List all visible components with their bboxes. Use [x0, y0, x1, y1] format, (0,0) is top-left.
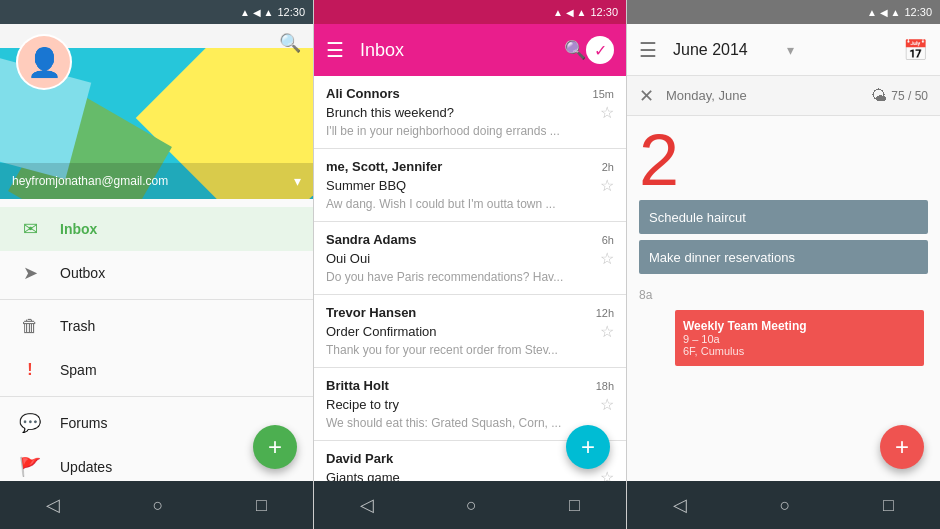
cal-title: June 2014: [673, 41, 783, 59]
sidebar-item-trash[interactable]: 🗑 Trash: [0, 304, 313, 348]
inbox-panel: ▲ ◀ ▲ 12:30 ☰ Inbox 🔍 ✓ Ali Connors 15m …: [313, 0, 626, 529]
email-list: Ali Connors 15m Brunch this weekend? ☆ I…: [314, 76, 626, 481]
back-button[interactable]: ◁: [360, 494, 374, 516]
cal-close-icon[interactable]: ✕: [639, 85, 654, 107]
cal-weekly-event-time: 9 – 10a: [683, 333, 916, 345]
search-icon[interactable]: 🔍: [279, 32, 301, 54]
sidebar-time: 12:30: [277, 6, 305, 18]
cal-big-date: 2: [639, 124, 679, 196]
sidebar-item-spam[interactable]: ! Spam: [0, 348, 313, 392]
email-sender: Sandra Adams: [326, 232, 417, 247]
sidebar-email-bar[interactable]: heyfromjonathan@gmail.com ▾: [0, 163, 313, 199]
email-item-2[interactable]: Sandra Adams 6h Oui Oui ☆ Do you have Pa…: [314, 222, 626, 295]
cal-day-header: ✕ Monday, June 🌤 75 / 50: [627, 76, 940, 116]
email-sender: Britta Holt: [326, 378, 389, 393]
cal-event-0[interactable]: Schedule haircut: [639, 200, 928, 234]
inbox-icon: ✉: [16, 218, 44, 240]
inbox-done-icon[interactable]: ✓: [586, 36, 614, 64]
sidebar-status-bar: ▲ ◀ ▲ 12:30: [0, 0, 313, 24]
inbox-toolbar: ☰ Inbox 🔍 ✓: [314, 24, 626, 76]
email-subject: Brunch this weekend?: [326, 105, 454, 120]
sidebar-panel: ▲ ◀ ▲ 12:30 👤 🔍 heyfromjonathan@gmail.co…: [0, 0, 313, 529]
email-item-1[interactable]: me, Scott, Jennifer 2h Summer BBQ ☆ Aw d…: [314, 149, 626, 222]
inbox-status-bar: ▲ ◀ ▲ 12:30: [314, 0, 626, 24]
email-preview: Thank you for your recent order from Ste…: [326, 343, 576, 357]
cal-event-1[interactable]: Make dinner reservations: [639, 240, 928, 274]
inbox-search-icon[interactable]: 🔍: [564, 39, 586, 61]
email-time: 2h: [602, 161, 614, 173]
email-subject: Giants game: [326, 470, 400, 481]
cal-status-icons: ▲ ◀ ▲: [867, 7, 900, 18]
sidebar-item-outbox[interactable]: ➤ Outbox: [0, 251, 313, 295]
back-button[interactable]: ◁: [673, 494, 687, 516]
email-time: 18h: [596, 380, 614, 392]
home-button[interactable]: ○: [153, 495, 164, 516]
inbox-time: 12:30: [590, 6, 618, 18]
sidebar-bottom-nav: ◁ ○ □: [0, 481, 313, 529]
email-row-subject: Recipe to try ☆: [326, 395, 614, 414]
hamburger-menu-icon[interactable]: ☰: [326, 38, 344, 62]
star-icon[interactable]: ☆: [600, 176, 614, 195]
sidebar-forums-label: Forums: [60, 415, 107, 431]
sidebar-trash-label: Trash: [60, 318, 95, 334]
home-button[interactable]: ○: [466, 495, 477, 516]
email-sender: Trevor Hansen: [326, 305, 416, 320]
trash-icon: 🗑: [16, 316, 44, 337]
email-item-3[interactable]: Trevor Hansen 12h Order Confirmation ☆ T…: [314, 295, 626, 368]
email-time: 6h: [602, 234, 614, 246]
sidebar-inbox-label: Inbox: [60, 221, 97, 237]
email-subject: Oui Oui: [326, 251, 370, 266]
star-icon[interactable]: ☆: [600, 249, 614, 268]
cal-date-display: 2: [627, 116, 940, 200]
sidebar-compose-fab[interactable]: +: [253, 425, 297, 469]
email-row-header: Trevor Hansen 12h: [326, 305, 614, 320]
forums-icon: 💬: [16, 412, 44, 434]
email-sender: Ali Connors: [326, 86, 400, 101]
cal-hamburger-icon[interactable]: ☰: [639, 38, 657, 62]
sidebar-divider-2: [0, 396, 313, 397]
email-preview: Aw dang. Wish I could but I'm outta town…: [326, 197, 576, 211]
email-subject: Recipe to try: [326, 397, 399, 412]
cal-add-fab[interactable]: +: [880, 425, 924, 469]
star-icon[interactable]: ☆: [600, 103, 614, 122]
cal-weekly-event-title: Weekly Team Meeting: [683, 319, 916, 333]
compose-plus-icon: +: [268, 433, 282, 461]
home-button[interactable]: ○: [780, 495, 791, 516]
email-row-header: Ali Connors 15m: [326, 86, 614, 101]
email-row-subject: Oui Oui ☆: [326, 249, 614, 268]
star-icon[interactable]: ☆: [600, 468, 614, 481]
sidebar-outbox-label: Outbox: [60, 265, 105, 281]
email-item-0[interactable]: Ali Connors 15m Brunch this weekend? ☆ I…: [314, 76, 626, 149]
inbox-compose-fab[interactable]: +: [566, 425, 610, 469]
sidebar-header: 👤 🔍 heyfromjonathan@gmail.com ▾: [0, 24, 313, 199]
email-subject: Order Confirmation: [326, 324, 437, 339]
recents-button[interactable]: □: [883, 495, 894, 516]
back-button[interactable]: ◁: [46, 494, 60, 516]
cal-title-chevron-icon[interactable]: ▾: [787, 42, 794, 58]
email-row-subject: Brunch this weekend? ☆: [326, 103, 614, 122]
sidebar-updates-label: Updates: [60, 459, 112, 475]
cal-time-label: 8a: [627, 280, 940, 306]
email-preview: Do you have Paris recommendations? Hav..…: [326, 270, 576, 284]
cal-view-icon[interactable]: 📅: [903, 38, 928, 62]
cal-weather: 🌤 75 / 50: [871, 87, 928, 105]
star-icon[interactable]: ☆: [600, 322, 614, 341]
recents-button[interactable]: □: [256, 495, 267, 516]
recents-button[interactable]: □: [569, 495, 580, 516]
inbox-bottom-nav: ◁ ○ □: [314, 481, 626, 529]
sidebar-item-inbox[interactable]: ✉ Inbox: [0, 207, 313, 251]
inbox-status-icons: ▲ ◀ ▲: [553, 7, 586, 18]
cal-plus-icon: +: [895, 433, 909, 461]
chevron-down-icon: ▾: [294, 173, 301, 189]
email-preview: I'll be in your neighborhood doing erran…: [326, 124, 576, 138]
calendar-panel: ▲ ◀ ▲ 12:30 ☰ June 2014 ▾ 📅 ✕ Monday, Ju…: [626, 0, 940, 529]
email-row-subject: Summer BBQ ☆: [326, 176, 614, 195]
cal-event-label: Schedule haircut: [649, 210, 746, 225]
star-icon[interactable]: ☆: [600, 395, 614, 414]
cal-event-label: Make dinner reservations: [649, 250, 795, 265]
sidebar-status-icons: ▲ ◀ ▲: [240, 7, 273, 18]
cal-bottom-nav: ◁ ○ □: [627, 481, 940, 529]
spam-icon: !: [16, 361, 44, 379]
email-row-header: Britta Holt 18h: [326, 378, 614, 393]
cal-weekly-event[interactable]: Weekly Team Meeting 9 – 10a 6F, Cumulus: [675, 310, 924, 366]
